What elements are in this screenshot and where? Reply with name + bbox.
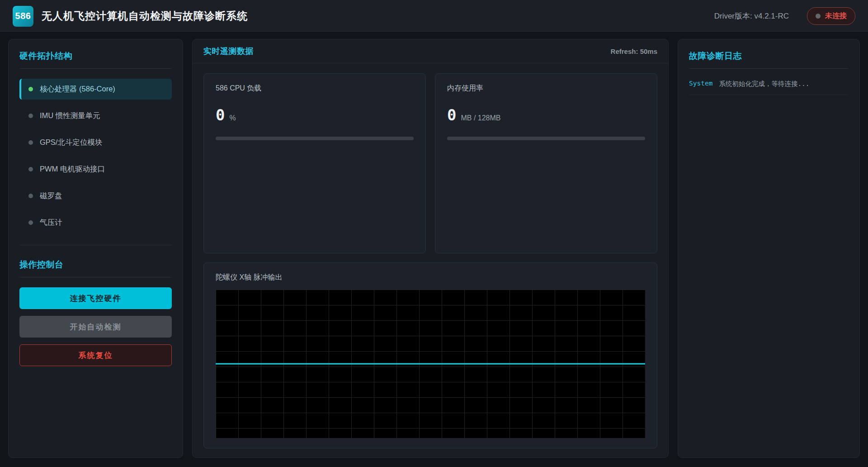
system-reset-button[interactable]: 系统复位 [19,344,172,366]
gyro-chart [216,290,645,438]
sidebar-item-label: PWM 电机驱动接口 [40,164,105,174]
app-logo: 586 [13,6,33,27]
hardware-list: 核心处理器 (586-Core) IMU 惯性测量单元 GPS/北斗定位模块 P… [19,79,172,233]
gyro-chart-title: 陀螺仪 X轴 脉冲输出 [216,273,645,282]
start-detection-button[interactable]: 开始自动检测 [19,316,172,338]
app-title: 无人机飞控计算机自动检测与故障诊断系统 [42,9,248,23]
cpu-unit: % [229,114,236,122]
log-entries: System 系统初始化完成，等待连接... [689,80,849,95]
telemetry-title: 实时遥测数据 [203,46,254,57]
telemetry-panel: 实时遥测数据 Refresh: 50ms 586 CPU 负载 0 % 内存使用… [192,39,669,458]
diagnostic-log-panel: 故障诊断日志 System 系统初始化完成，等待连接... [678,39,860,458]
sidebar-item-label: 气压计 [40,218,62,228]
status-dot-icon [28,140,33,145]
diagnostic-log-title: 故障诊断日志 [689,50,849,69]
connection-status-badge: 未连接 [807,7,855,25]
sidebar-divider [19,245,172,245]
metric-cards-row: 586 CPU 负载 0 % 内存使用率 0 MB / 128MB [203,73,657,253]
connect-hardware-button[interactable]: 连接飞控硬件 [19,287,172,309]
hardware-topology-title: 硬件拓扑结构 [19,50,172,69]
memory-card-title: 内存使用率 [447,84,645,93]
memory-unit: MB / 128MB [461,114,500,122]
cpu-value-row: 0 % [216,106,414,124]
status-dot-icon [28,194,33,198]
status-dot-icon [28,87,33,91]
cpu-card-title: 586 CPU 负载 [216,84,414,93]
sidebar-item-gps[interactable]: GPS/北斗定位模块 [19,132,172,153]
status-dot-icon [816,14,821,19]
driver-version-label: Driver版本: v4.2.1-RC [714,11,789,21]
sidebar-item-compass[interactable]: 磁罗盘 [19,186,172,206]
sidebar-item-label: 核心处理器 (586-Core) [40,84,115,94]
memory-value-row: 0 MB / 128MB [447,106,645,124]
sidebar-item-pwm[interactable]: PWM 电机驱动接口 [19,159,172,180]
cpu-load-card: 586 CPU 负载 0 % [203,73,426,253]
telemetry-header: 实时遥测数据 Refresh: 50ms [193,39,668,63]
app-header: 586 无人机飞控计算机自动检测与故障诊断系统 Driver版本: v4.2.1… [0,0,868,33]
log-source: System [689,80,712,88]
refresh-rate-label: Refresh: 50ms [611,48,657,55]
memory-progress-bar [447,137,645,140]
gyro-chart-card: 陀螺仪 X轴 脉冲输出 [203,262,657,448]
log-entry: System 系统初始化完成，等待连接... [689,80,849,95]
sidebar-item-label: IMU 惯性测量单元 [40,111,100,121]
memory-usage-card: 内存使用率 0 MB / 128MB [435,73,657,253]
console-title: 操作控制台 [19,259,172,277]
status-dot-icon [28,114,33,118]
connection-status-label: 未连接 [825,11,847,21]
main-layout: 硬件拓扑结构 核心处理器 (586-Core) IMU 惯性测量单元 GPS/北… [0,33,868,467]
telemetry-body: 586 CPU 负载 0 % 内存使用率 0 MB / 128MB [193,63,668,457]
sidebar-item-core-processor[interactable]: 核心处理器 (586-Core) [19,79,172,100]
cpu-progress-bar [216,137,414,140]
sidebar-item-barometer[interactable]: 气压计 [19,212,172,233]
hardware-topology-panel: 硬件拓扑结构 核心处理器 (586-Core) IMU 惯性测量单元 GPS/北… [8,39,183,458]
status-dot-icon [28,167,33,172]
gyro-signal-line [216,363,645,365]
sidebar-item-label: GPS/北斗定位模块 [40,138,102,148]
status-dot-icon [28,220,33,225]
sidebar-item-imu[interactable]: IMU 惯性测量单元 [19,105,172,126]
log-message: 系统初始化完成，等待连接... [719,80,809,88]
cpu-value: 0 [216,106,225,124]
memory-value: 0 [447,106,456,124]
sidebar-item-label: 磁罗盘 [40,191,62,201]
